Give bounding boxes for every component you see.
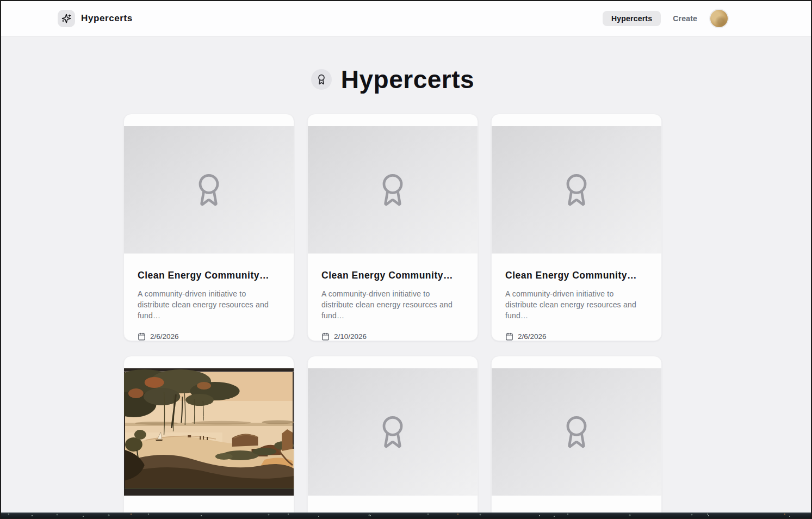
brand[interactable]: Hypercerts: [58, 10, 133, 27]
card-image-placeholder: [492, 126, 661, 254]
main-content: Hypercerts Clean Energy Community… A com…: [1, 65, 784, 519]
card-date: 2/10/2026: [321, 332, 464, 341]
calendar-icon: [321, 332, 330, 341]
bottom-image-edge: [1, 512, 811, 518]
calendar-icon: [505, 332, 513, 341]
nav-item-create[interactable]: Create: [671, 11, 699, 26]
card-body: Clean Energy Community… A community-driv…: [308, 254, 478, 341]
user-avatar[interactable]: [709, 9, 729, 28]
nav-item-hypercerts[interactable]: Hypercerts: [603, 11, 661, 26]
card-title: Clean Energy Community…: [138, 270, 280, 281]
hypercert-card[interactable]: Clean Energy Community… A community-driv…: [491, 114, 662, 341]
nav-right: Hypercerts Create: [603, 9, 729, 28]
card-image-landscape-painting: [124, 368, 294, 496]
hypercerts-grid: Clean Energy Community… A community-driv…: [123, 114, 662, 519]
card-description: A community-driven initiative to distrib…: [505, 288, 648, 321]
card-date: 2/6/2026: [505, 332, 648, 341]
page-header: Hypercerts: [1, 65, 784, 94]
hypercert-card[interactable]: Clean Energy Community… A community-driv…: [123, 114, 294, 341]
calendar-icon: [138, 332, 146, 341]
award-icon: [375, 172, 410, 207]
top-nav: Hypercerts Hypercerts Create: [1, 1, 811, 36]
card-title: Clean Energy Community…: [321, 270, 464, 281]
sparkles-icon: [58, 10, 75, 27]
award-icon: [311, 69, 332, 90]
hypercert-card[interactable]: Clean Energy Community… A community-driv…: [307, 114, 478, 341]
card-title: Clean Energy Community…: [505, 270, 648, 281]
card-body: Clean Energy Community… A community-driv…: [124, 254, 294, 341]
card-description: A community-driven initiative to distrib…: [321, 288, 464, 321]
award-icon: [191, 172, 226, 207]
card-image-placeholder: [124, 126, 294, 254]
card-date-value: 2/6/2026: [518, 332, 547, 341]
card-date: 2/6/2026: [138, 332, 280, 341]
hypercert-card[interactable]: Clean Energy Community…: [491, 356, 662, 519]
brand-name: Hypercerts: [81, 13, 133, 24]
hypercert-card[interactable]: Clean Energy Community…: [307, 356, 478, 519]
card-description: A community-driven initiative to distrib…: [138, 288, 280, 321]
card-image-placeholder: [308, 126, 478, 254]
card-image-placeholder: [308, 368, 478, 496]
award-icon: [375, 415, 410, 449]
card-date-value: 2/10/2026: [334, 332, 367, 341]
award-icon: [559, 415, 594, 449]
award-icon: [559, 172, 594, 207]
page-title: Hypercerts: [341, 65, 474, 94]
hypercert-card[interactable]: Clean Energy Community…: [123, 356, 294, 519]
card-image-placeholder: [492, 368, 661, 496]
card-date-value: 2/6/2026: [150, 332, 179, 341]
card-body: Clean Energy Community… A community-driv…: [492, 254, 661, 341]
